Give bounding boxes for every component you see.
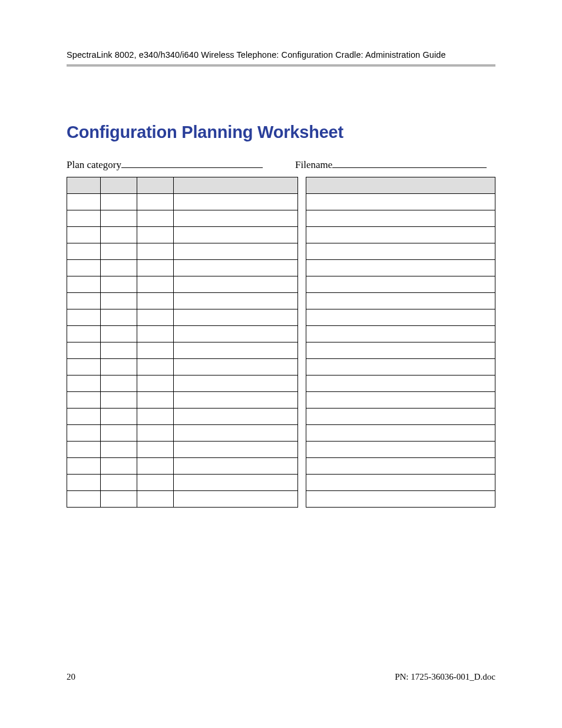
- table-cell[interactable]: [137, 442, 173, 458]
- table-cell[interactable]: [173, 260, 298, 276]
- table-cell[interactable]: [306, 425, 495, 442]
- table-cell[interactable]: [67, 243, 101, 260]
- table-cell[interactable]: [137, 309, 173, 326]
- table-cell[interactable]: [100, 392, 137, 409]
- table-cell[interactable]: [67, 293, 101, 309]
- table-cell[interactable]: [100, 194, 137, 210]
- table-cell[interactable]: [67, 475, 101, 491]
- table-cell[interactable]: [306, 276, 495, 293]
- table-cell[interactable]: [306, 409, 495, 425]
- table-cell[interactable]: [100, 227, 137, 243]
- table-cell[interactable]: [306, 227, 495, 243]
- table-cell[interactable]: [67, 442, 101, 458]
- plan-category-blank[interactable]: [121, 159, 263, 168]
- table-cell[interactable]: [100, 326, 137, 342]
- table-cell[interactable]: [306, 243, 495, 260]
- table-cell[interactable]: [306, 194, 495, 210]
- table-cell[interactable]: [100, 359, 137, 375]
- table-cell[interactable]: [173, 425, 298, 442]
- table-cell[interactable]: [137, 392, 173, 409]
- table-cell[interactable]: [173, 491, 298, 508]
- table-cell[interactable]: [173, 458, 298, 475]
- table-cell[interactable]: [67, 342, 101, 359]
- table-cell[interactable]: [67, 491, 101, 508]
- table-cell[interactable]: [173, 392, 298, 409]
- table-cell[interactable]: [137, 260, 173, 276]
- table-cell[interactable]: [100, 375, 137, 392]
- table-cell[interactable]: [67, 276, 101, 293]
- table-cell[interactable]: [100, 309, 137, 326]
- table-cell[interactable]: [173, 442, 298, 458]
- table-cell[interactable]: [306, 392, 495, 409]
- table-cell[interactable]: [306, 475, 495, 491]
- table-cell[interactable]: [173, 210, 298, 227]
- table-cell[interactable]: [100, 210, 137, 227]
- table-cell[interactable]: [306, 491, 495, 508]
- table-cell[interactable]: [100, 260, 137, 276]
- table-cell[interactable]: [67, 425, 101, 442]
- table-row: [67, 458, 495, 475]
- table-cell[interactable]: [173, 326, 298, 342]
- table-cell[interactable]: [100, 425, 137, 442]
- table-cell[interactable]: [173, 375, 298, 392]
- table-cell[interactable]: [173, 309, 298, 326]
- table-cell[interactable]: [306, 342, 495, 359]
- table-cell[interactable]: [67, 210, 101, 227]
- table-cell[interactable]: [306, 309, 495, 326]
- table-cell[interactable]: [306, 210, 495, 227]
- table-cell[interactable]: [100, 491, 137, 508]
- table-cell[interactable]: [306, 375, 495, 392]
- table-cell[interactable]: [67, 227, 101, 243]
- table-cell[interactable]: [100, 442, 137, 458]
- table-cell[interactable]: [137, 293, 173, 309]
- table-cell[interactable]: [306, 458, 495, 475]
- table-cell[interactable]: [173, 194, 298, 210]
- table-header-row: [67, 177, 495, 194]
- filename-blank[interactable]: [332, 159, 487, 168]
- table-cell[interactable]: [173, 243, 298, 260]
- table-cell[interactable]: [100, 475, 137, 491]
- table-cell[interactable]: [67, 375, 101, 392]
- table-cell[interactable]: [306, 326, 495, 342]
- table-cell[interactable]: [67, 260, 101, 276]
- table-cell[interactable]: [137, 458, 173, 475]
- table-cell[interactable]: [67, 409, 101, 425]
- table-cell[interactable]: [137, 210, 173, 227]
- table-cell[interactable]: [137, 475, 173, 491]
- table-cell[interactable]: [100, 342, 137, 359]
- table-cell[interactable]: [67, 326, 101, 342]
- table-cell[interactable]: [137, 409, 173, 425]
- table-cell[interactable]: [137, 342, 173, 359]
- table-cell[interactable]: [67, 359, 101, 375]
- table-cell[interactable]: [137, 359, 173, 375]
- table-cell[interactable]: [173, 293, 298, 309]
- table-cell[interactable]: [100, 243, 137, 260]
- table-cell[interactable]: [137, 425, 173, 442]
- table-cell[interactable]: [306, 359, 495, 375]
- table-cell[interactable]: [173, 227, 298, 243]
- table-cell[interactable]: [100, 458, 137, 475]
- table-cell[interactable]: [306, 260, 495, 276]
- table-gap: [298, 458, 306, 475]
- table-cell[interactable]: [137, 491, 173, 508]
- table-cell[interactable]: [137, 227, 173, 243]
- table-cell[interactable]: [137, 194, 173, 210]
- table-cell[interactable]: [173, 475, 298, 491]
- table-cell[interactable]: [173, 409, 298, 425]
- table-cell[interactable]: [137, 276, 173, 293]
- table-cell[interactable]: [100, 293, 137, 309]
- table-cell[interactable]: [306, 442, 495, 458]
- table-cell[interactable]: [306, 293, 495, 309]
- table-cell[interactable]: [137, 243, 173, 260]
- table-cell[interactable]: [137, 375, 173, 392]
- table-cell[interactable]: [173, 342, 298, 359]
- table-cell[interactable]: [173, 276, 298, 293]
- table-cell[interactable]: [67, 392, 101, 409]
- table-cell[interactable]: [137, 326, 173, 342]
- table-cell[interactable]: [173, 359, 298, 375]
- table-cell[interactable]: [67, 194, 101, 210]
- table-cell[interactable]: [67, 458, 101, 475]
- table-cell[interactable]: [100, 409, 137, 425]
- table-cell[interactable]: [67, 309, 101, 326]
- table-cell[interactable]: [100, 276, 137, 293]
